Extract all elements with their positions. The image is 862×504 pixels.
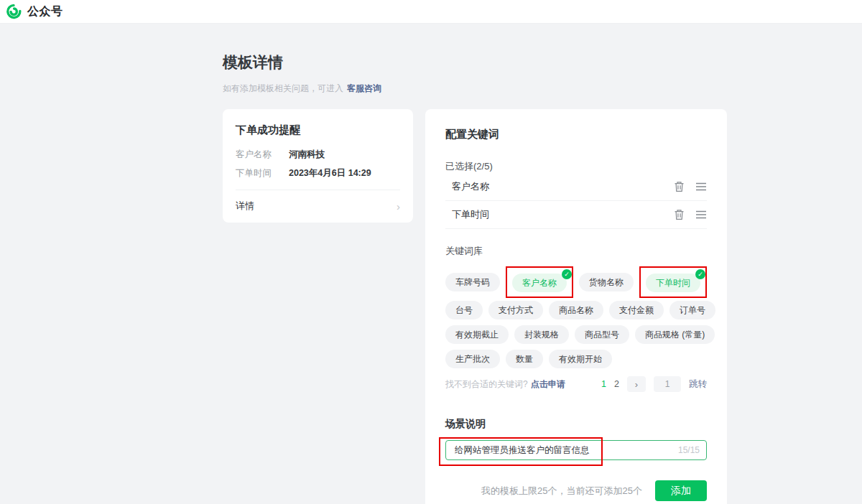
drag-handle-icon[interactable]: [695, 210, 707, 219]
field-value: 2023年4月6日 14:29: [289, 167, 371, 179]
field-value: 河南科技: [289, 149, 325, 161]
keyword-row: 台号 支付方式 商品名称 支付金额 订单号: [445, 301, 707, 319]
apply-link[interactable]: 点击申请: [531, 379, 565, 389]
selected-keyword-label: 下单时间: [452, 208, 489, 221]
keyword-pill[interactable]: 商品型号: [575, 325, 629, 344]
chevron-right-icon: ›: [635, 379, 638, 390]
template-title: 下单成功提醒: [236, 123, 400, 137]
pagination: 1 2 › 1 跳转: [601, 376, 707, 392]
keyword-pill[interactable]: 商品名称: [549, 301, 603, 319]
selected-count-title: 已选择(2/5): [445, 160, 707, 173]
field-row: 下单时间 2023年4月6日 14:29: [236, 167, 400, 179]
library-footer: 找不到合适的关键词?点击申请 1 2 › 1 跳转: [445, 376, 707, 392]
check-badge-icon: ✓: [562, 269, 572, 279]
keyword-row: 生产批次 数量 有效期开始: [445, 350, 707, 368]
selected-keyword-row: 客户名称: [445, 173, 707, 201]
page-title: 模板详情: [223, 24, 727, 73]
keyword-pill-selected[interactable]: 客户名称✓: [512, 274, 567, 292]
keyword-pill-label: 下单时间: [656, 278, 690, 288]
config-title: 配置关键词: [445, 128, 707, 141]
chevron-right-icon: ›: [397, 201, 400, 212]
keyword-row: 有效期截止 封装规格 商品型号 商品规格 (常量): [445, 325, 707, 344]
trash-icon[interactable]: [674, 209, 685, 220]
not-found-text: 找不到合适的关键词?: [445, 379, 528, 389]
config-card: 配置关键词 已选择(2/5) 客户名称 下单时间: [425, 109, 727, 504]
app-header: 公众号: [0, 0, 862, 24]
page-number-2[interactable]: 2: [614, 379, 619, 389]
keyword-pill-selected[interactable]: 下单时间✓: [646, 274, 700, 292]
check-badge-icon: ✓: [695, 269, 705, 279]
detail-row[interactable]: 详情 ›: [236, 190, 400, 213]
main-content: 模板详情 如有添加模板相关问题，可进入客服咨询 下单成功提醒 客户名称 河南科技…: [223, 24, 727, 504]
field-label: 客户名称: [236, 149, 289, 161]
page-jump-input[interactable]: 1: [654, 376, 681, 392]
selected-keyword-row: 下单时间: [445, 201, 707, 229]
support-link[interactable]: 客服咨询: [347, 83, 381, 93]
scene-input-wrap: 15/15: [445, 440, 707, 460]
keyword-pill[interactable]: 车牌号码: [445, 273, 500, 291]
template-preview-card: 下单成功提醒 客户名称 河南科技 下单时间 2023年4月6日 14:29 详情…: [223, 109, 413, 223]
keyword-pill[interactable]: 封装规格: [514, 325, 569, 344]
trash-icon[interactable]: [674, 181, 685, 192]
field-row: 客户名称 河南科技: [236, 149, 400, 161]
keyword-library: 车牌号码 客户名称✓ 货物名称 下单时间✓ 台号 支付方式 商品名称 支付金额 …: [445, 266, 707, 368]
keyword-row: 车牌号码 客户名称✓ 货物名称 下单时间✓: [445, 266, 707, 298]
brand-name: 公众号: [27, 4, 63, 19]
keyword-pill[interactable]: 生产批次: [445, 350, 500, 368]
keyword-pill[interactable]: 货物名称: [579, 273, 634, 291]
field-label: 下单时间: [236, 167, 289, 179]
scene-title: 场景说明: [445, 418, 707, 431]
selected-keyword-label: 客户名称: [452, 180, 489, 193]
drag-handle-icon[interactable]: [695, 182, 707, 191]
card-footer: 我的模板上限25个，当前还可添加25个 添加: [445, 480, 707, 501]
scene-input[interactable]: [445, 440, 707, 460]
next-page-button[interactable]: ›: [627, 376, 646, 392]
detail-label: 详情: [236, 200, 254, 213]
keyword-pill[interactable]: 有效期截止: [445, 325, 509, 344]
official-account-logo-icon: [6, 4, 22, 19]
keyword-pill[interactable]: 台号: [445, 301, 483, 319]
keyword-library-title: 关键词库: [445, 245, 707, 258]
page-subtitle: 如有添加模板相关问题，可进入客服咨询: [223, 83, 727, 95]
page-number-1[interactable]: 1: [601, 379, 606, 389]
keyword-pill[interactable]: 支付方式: [488, 301, 543, 319]
subtitle-text: 如有添加模板相关问题，可进入: [223, 83, 343, 93]
highlight-box: 下单时间✓: [639, 266, 707, 298]
keyword-pill[interactable]: 支付金额: [609, 301, 664, 319]
add-button[interactable]: 添加: [655, 480, 707, 501]
highlight-box: 客户名称✓: [506, 266, 573, 298]
keyword-pill[interactable]: 有效期开始: [549, 350, 612, 368]
jump-label[interactable]: 跳转: [689, 378, 707, 391]
keyword-pill[interactable]: 数量: [506, 350, 543, 368]
keyword-pill[interactable]: 订单号: [669, 301, 715, 319]
keyword-pill[interactable]: 商品规格 (常量): [635, 325, 715, 344]
keyword-pill-label: 客户名称: [522, 278, 557, 288]
quota-text: 我的模板上限25个，当前还可添加25个: [481, 485, 642, 498]
char-counter: 15/15: [678, 445, 700, 455]
